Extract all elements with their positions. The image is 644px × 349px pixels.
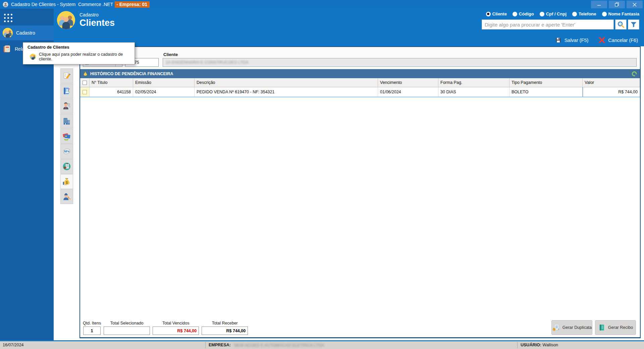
section-header: HISTÓRICO DE PENDÊNCIA FINANCEIRA [80,69,640,78]
tab-contacts[interactable] [60,84,73,98]
breadcrumb: Cadastro [79,12,115,17]
usuario-value: Wallison [542,343,558,347]
col-valor[interactable]: Valor [583,78,640,87]
page-title: Clientes [79,18,115,28]
search-icon [617,21,625,28]
tooltip-title: Cadastro de Clientes [28,45,131,50]
gerar-recibo-button[interactable]: Gerar Recibo [595,320,636,335]
reports-icon [3,45,11,53]
search-input[interactable] [482,19,614,30]
col-tipo-pagamento[interactable]: Tipo Pagamento [509,78,583,87]
search-button[interactable] [615,19,627,30]
search-mode-group: Cliente Código Cpf / Cnpj Telefone Nome … [482,11,639,16]
qtd-itens-label: Qtd. Itens [83,321,101,326]
minimize-icon [597,3,601,7]
tab-edit-form[interactable] [60,68,73,83]
clients-avatar-icon [30,54,36,60]
cell-valor: R$ 744,00 [583,87,640,97]
total-selecionado-label: Total Selecionado [110,321,144,326]
radio-nome-fantasia[interactable]: Nome Fantasia [602,11,639,16]
col-vencimento[interactable]: Vencimento [378,78,438,87]
clients-avatar-icon [3,28,13,38]
gerar-duplicata-button[interactable]: $$ Gerar Duplicata [551,320,592,335]
titlebar: Cadastro De Clientes - System Commerce .… [0,0,644,9]
vertical-tab-strip: NFe $ [60,68,73,338]
tab-user-settings[interactable] [60,99,73,113]
tab-financial[interactable]: $ [60,174,73,189]
filter-icon [630,21,637,28]
sidebar-item-cadastro[interactable]: Cadastro [0,26,54,40]
statusbar: 16/07/2024 EMPRESA: NEW ACOES E AUTOMACA… [0,340,644,349]
client-form: P. Jurídica 14975 Cliente 2A ENGENHARIA … [80,47,640,69]
technician-icon [62,192,71,201]
table-row[interactable]: 641158 02/05/2024 PEDIDO VENDA Nº 619470… [80,87,640,97]
save-button[interactable]: Salvar (F5) [555,37,589,44]
client-field-label: Cliente [163,52,637,57]
tab-technician[interactable] [60,189,73,204]
cell-tipo-pagamento: BOLETO [509,87,583,97]
qtd-itens-value: 1 [83,327,101,335]
table-empty-area [80,97,640,318]
contacts-book-icon [62,87,71,95]
cell-forma-pag: 30 DIAS [438,87,509,97]
row-checkbox[interactable] [83,90,87,94]
grid-menu-icon[interactable] [3,12,16,23]
company-icon [62,117,71,126]
recibo-icon [598,324,606,332]
tab-company[interactable] [60,114,73,129]
radio-telefone[interactable]: Telefone [572,11,596,16]
tooltip-text: Clique aqui para poder realizar o cadast… [39,52,131,61]
clients-avatar-icon [57,11,75,29]
nfe-icon: NFe [62,147,71,156]
refresh-icon[interactable] [631,71,637,77]
cell-vencimento: 01/06/2024 [378,87,438,97]
save-floppy-icon [555,37,562,44]
duplicata-icon: $$ [552,323,560,332]
total-vencidos-value: R$ 744,00 [153,327,199,335]
col-forma-pag[interactable]: Forma Pag. [438,78,509,87]
orders-clipboard-icon [62,162,71,171]
moneybag-icon [83,71,88,77]
select-all-checkbox[interactable] [83,81,87,85]
window-title: Cadastro De Clientes - System Commerce .… [11,2,113,7]
close-button[interactable] [627,1,643,8]
financial-icon: $ [62,177,71,186]
tab-nfe[interactable]: NFe [60,144,73,159]
minimize-button[interactable] [591,1,607,8]
col-descricao[interactable]: Descrição [195,78,378,87]
empresa-value: NEW ACOES E AUTOMACAO ELETRICA LTDA [234,343,324,348]
radio-cpf-cnpj[interactable]: Cpf / Cnpj [540,11,567,16]
tooltip-cadastro-clientes: Cadastro de Clientes Clique aqui para po… [23,42,135,64]
tab-orders[interactable] [60,159,73,174]
usuario-label: USUÁRIO: [521,343,541,347]
col-titulo[interactable]: N° Titulo [90,78,133,87]
status-usuario: USUÁRIO: Wallison [521,343,558,347]
total-receber-label: Total Receber [212,321,238,326]
total-receber-value: R$ 744,00 [202,327,248,335]
radio-codigo[interactable]: Código [513,11,534,16]
svg-text:NFe: NFe [64,150,69,153]
close-icon [633,3,637,7]
cancel-button[interactable]: Cancelar (F6) [598,37,638,44]
filter-button[interactable] [628,19,639,30]
content-panel: P. Jurídica 14975 Cliente 2A ENGENHARIA … [79,46,641,338]
cell-descricao: PEDIDO VENDA Nº 619470 - NF: 354321 [195,87,378,97]
total-selecionado-value [104,327,150,335]
svg-text:$: $ [66,181,68,185]
app-icon [3,2,8,7]
restore-icon [615,2,619,7]
radio-cliente[interactable]: Cliente [486,11,507,16]
section-title: HISTÓRICO DE PENDÊNCIA FINANCEIRA [90,71,173,76]
totals-bar: Qtd. Itens 1 Total Selecionado Total Ven… [80,318,640,337]
tab-payment-cards[interactable] [60,129,73,144]
empresa-label: EMPRESA: [209,343,231,347]
total-vencidos-label: Total Vencidos [162,321,190,326]
client-name-field[interactable]: 2A ENGENHARIA E CONSTRUCOES LTDA [163,58,637,67]
col-emissao[interactable]: Emissão [133,78,195,87]
restore-button[interactable] [609,1,625,8]
user-settings-icon [62,102,71,110]
company-badge: - Empresa: 01 [115,1,150,8]
status-empresa: EMPRESA: NEW ACOES E AUTOMACAO ELETRICA … [209,343,324,348]
page-header: Cadastro Clientes Cliente Código Cpf / C… [54,9,644,46]
payment-cards-icon [62,132,71,141]
